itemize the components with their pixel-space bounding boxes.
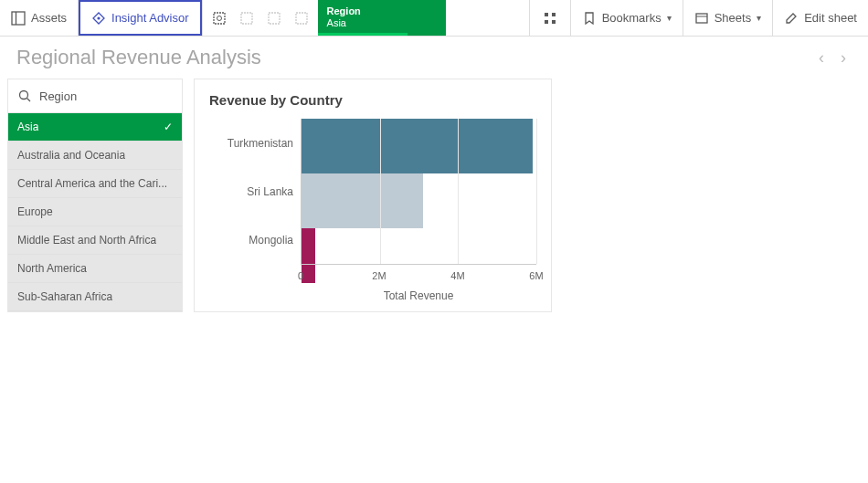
filter-row-label: Middle East and North Africa [17, 234, 156, 247]
bookmarks-label: Bookmarks [602, 11, 662, 25]
x-tick-label: 0 [298, 270, 303, 281]
plot-area [301, 119, 536, 264]
x-tick-label: 2M [372, 270, 386, 281]
chart-body: TurkmenistanSri LankaMongolia [209, 119, 536, 264]
filter-row-label: Europe [17, 205, 53, 218]
filter-row-label: North America [17, 262, 87, 275]
x-tick-label: 4M [450, 270, 464, 281]
next-sheet-button[interactable]: › [841, 48, 846, 68]
filter-row-label: Australia and Oceania [17, 149, 125, 162]
sheets-icon [694, 11, 709, 26]
filter-row[interactable]: Asia✓ [8, 113, 182, 142]
filter-row[interactable]: Australia and Oceania [8, 142, 182, 170]
gridline [458, 119, 459, 264]
bar[interactable] [302, 173, 423, 228]
bar-row [302, 173, 536, 228]
svg-rect-9 [552, 13, 556, 16]
chart-title: Revenue by Country [209, 92, 536, 108]
filter-row[interactable]: Central America and the Cari... [8, 170, 182, 198]
selection-tools [203, 0, 318, 36]
bookmark-icon [582, 11, 597, 26]
y-category-label: Turkmenistan [209, 119, 301, 167]
chart-revenue-by-country[interactable]: Revenue by Country TurkmenistanSri Lanka… [194, 79, 552, 312]
pencil-icon [784, 11, 799, 26]
svg-rect-10 [545, 20, 548, 24]
edit-label: Edit sheet [804, 11, 857, 25]
svg-point-2 [97, 16, 100, 19]
chevron-down-icon: ▾ [667, 13, 672, 23]
chevron-down-icon: ▾ [757, 13, 761, 23]
search-icon [17, 89, 32, 103]
x-axis: 02M4M6M [301, 264, 536, 282]
svg-rect-3 [214, 13, 225, 24]
y-axis-labels: TurkmenistanSri LankaMongolia [209, 119, 301, 264]
page-title: Regional Revenue Analysis [16, 46, 819, 69]
filter-row-label: Asia [17, 121, 38, 133]
svg-rect-7 [296, 13, 307, 24]
svg-rect-11 [552, 20, 556, 24]
svg-line-15 [27, 99, 31, 102]
filter-row[interactable]: Middle East and North Africa [8, 226, 182, 255]
gridline [536, 119, 537, 264]
filter-header[interactable]: Region [8, 79, 182, 113]
bar-row [302, 119, 536, 173]
filter-pane-region: Region Asia✓Australia and OceaniaCentral… [7, 79, 183, 312]
step-back-icon[interactable] [239, 11, 254, 26]
y-category-label: Mongolia [209, 215, 301, 264]
sheets-label: Sheets [715, 11, 751, 25]
workspace: Region Asia✓Australia and OceaniaCentral… [0, 79, 868, 320]
x-tick-label: 6M [529, 270, 543, 281]
smart-search-icon[interactable] [212, 11, 227, 26]
svg-rect-5 [241, 13, 252, 24]
grid-icon [543, 11, 557, 26]
assets-button[interactable]: Assets [0, 0, 79, 36]
bookmarks-button[interactable]: Bookmarks ▾ [570, 0, 683, 36]
filter-row[interactable]: Europe [8, 198, 182, 226]
svg-rect-8 [545, 13, 548, 16]
top-toolbar: Assets Insight Advisor Region Asia Bookm… [0, 0, 868, 37]
assets-icon [11, 11, 26, 26]
edit-sheet-button[interactable]: Edit sheet [772, 0, 868, 36]
svg-rect-6 [269, 13, 280, 24]
filter-field-name: Region [39, 89, 77, 103]
svg-point-4 [217, 16, 221, 20]
selection-pill-region[interactable]: Region Asia [318, 0, 446, 36]
insight-icon [91, 11, 106, 26]
clear-selections-icon[interactable] [294, 11, 309, 26]
step-forward-icon[interactable] [267, 11, 281, 26]
svg-rect-0 [12, 12, 25, 25]
assets-label: Assets [31, 11, 67, 25]
check-icon: ✓ [164, 121, 173, 133]
selection-field-label: Region [327, 6, 437, 16]
gridline [380, 119, 381, 264]
selection-value: Asia [327, 16, 437, 29]
insight-label: Insight Advisor [111, 11, 189, 25]
selection-underline [318, 33, 408, 36]
filter-row[interactable]: North America [8, 255, 182, 283]
sheets-button[interactable]: Sheets ▾ [683, 0, 772, 36]
y-category-label: Sri Lanka [209, 167, 301, 215]
selections-tool-button[interactable] [529, 0, 570, 36]
filter-row-label: Sub-Saharan Africa [17, 290, 112, 303]
filter-row[interactable]: Sub-Saharan Africa [8, 283, 182, 311]
title-bar: Regional Revenue Analysis ‹ › [0, 37, 868, 79]
filter-list: Asia✓Australia and OceaniaCentral Americ… [8, 113, 182, 311]
svg-point-14 [20, 91, 28, 100]
bar[interactable] [302, 119, 533, 173]
prev-sheet-button[interactable]: ‹ [819, 48, 824, 68]
svg-rect-12 [696, 14, 707, 23]
filter-row-label: Central America and the Cari... [17, 177, 167, 190]
x-axis-label: Total Revenue [301, 282, 536, 302]
insight-advisor-button[interactable]: Insight Advisor [79, 0, 202, 36]
bars-container [302, 119, 536, 264]
